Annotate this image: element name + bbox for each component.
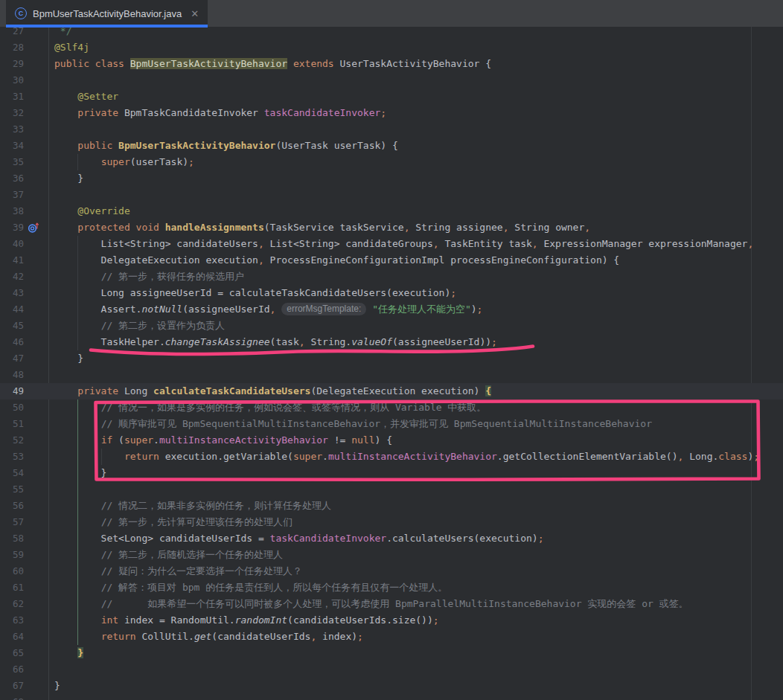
code-text: int index = RandomUtil.randomInt(candida… — [0, 612, 783, 629]
code-line[interactable]: // 疑问：为什么一定要选择一个任务处理人？60 — [0, 563, 783, 579]
code-token: public — [77, 140, 112, 151]
scope-indent-guide — [77, 449, 78, 465]
code-line[interactable]: // 第一步，获得任务的候选用户42 — [0, 269, 783, 285]
code-token: class — [718, 451, 747, 462]
code-line[interactable]: int index = RandomUtil.randomInt(candida… — [0, 612, 783, 629]
code-token: super — [124, 434, 153, 446]
scope-indent-guide — [77, 629, 78, 645]
code-line[interactable]: // 第二步，设置作为负责人45 — [0, 318, 783, 334]
code-token — [54, 107, 77, 118]
code-text: } — [0, 465, 783, 481]
code-token — [287, 58, 293, 69]
code-token: (candidateUserIds.size()) — [287, 614, 433, 626]
code-token: @Slf4j — [54, 42, 89, 53]
code-line[interactable]: }47 — [0, 350, 783, 367]
code-token: (UserTask userTask) { — [275, 140, 397, 151]
code-line[interactable]: 37 — [0, 187, 783, 203]
code-line[interactable]: 30 — [0, 72, 783, 89]
inline-parameter-hint: errorMsgTemplate: — [281, 303, 366, 315]
code-line[interactable]: public class BpmUserTaskActivityBehavior… — [0, 56, 783, 72]
code-line[interactable]: 55 — [0, 481, 783, 498]
code-token: // 第二步，后随机选择一个任务的处理人 — [101, 549, 283, 560]
code-line[interactable]: // 解答：项目对 bpm 的任务是责任到人，所以每个任务有且仅有一个处理人。6… — [0, 579, 783, 596]
code-line[interactable]: Assert.notNull(assigneeUserId, errorMsgT… — [0, 301, 783, 318]
code-token: return — [124, 451, 159, 462]
override-method-icon[interactable] — [28, 222, 40, 234]
code-line[interactable]: public BpmUserTaskActivityBehavior(UserT… — [0, 138, 783, 154]
code-line[interactable]: // 情况二，如果非多实例的任务，则计算任务处理人56 — [0, 498, 783, 514]
line-number: 62 — [0, 596, 24, 612]
line-number: 31 — [0, 89, 24, 105]
code-line[interactable]: // 如果希望一个任务可以同时被多个人处理，可以考虑使用 BpmParallel… — [0, 596, 783, 612]
code-token: ; — [357, 631, 363, 642]
editor-tab-bar: C BpmUserTaskActivityBehavior.java ✕ — [0, 0, 783, 27]
code-line[interactable]: // 情况一，如果是多实例的任务，例如说会签、或签等情况，则从 Variable… — [0, 399, 783, 416]
code-line[interactable]: 48 — [0, 367, 783, 383]
code-text: } — [0, 350, 783, 367]
code-text: Assert.notNull(assigneeUserId, errorMsgT… — [0, 301, 783, 318]
code-line[interactable]: // 顺序审批可见 BpmSequentialMultiInstanceBeha… — [0, 416, 783, 432]
code-line[interactable]: return CollUtil.get(candidateUserIds, in… — [0, 629, 783, 645]
code-line[interactable]: protected void handleAssignments(TaskSer… — [0, 219, 783, 236]
code-token: multiInstanceActivityBehavior — [159, 434, 328, 446]
code-token: super — [293, 451, 322, 462]
code-line[interactable]: }36 — [0, 170, 783, 187]
code-token: index) — [316, 631, 357, 642]
code-token: , — [584, 222, 590, 233]
code-line[interactable]: @Override38 — [0, 203, 783, 219]
tab-close-icon[interactable]: ✕ — [191, 8, 199, 19]
code-line[interactable]: List<String> candidateUsers, List<String… — [0, 236, 783, 252]
code-line[interactable]: TaskHelper.changeTaskAssignee(task, Stri… — [0, 334, 783, 350]
line-number: 67 — [0, 678, 24, 694]
code-token: .getCollectionElementVariable() — [497, 451, 678, 462]
line-number: 29 — [0, 56, 24, 72]
code-line[interactable]: // 第一步，先计算可处理该任务的处理人们57 — [0, 514, 783, 530]
line-number: 44 — [0, 301, 24, 318]
code-line[interactable]: }67 — [0, 678, 783, 694]
code-editor[interactable]: */27@Slf4j28public class BpmUserTaskActi… — [0, 0, 783, 700]
code-token: calculateTaskCandidateUsers — [153, 385, 310, 396]
scope-indent-guide — [77, 498, 78, 514]
code-line[interactable]: DelegateExecution execution, ProcessEngi… — [0, 252, 783, 269]
scope-indent-guide — [77, 514, 78, 530]
code-line[interactable]: @Slf4j28 — [0, 39, 783, 56]
code-token: } — [54, 467, 106, 478]
code-line[interactable]: Set<Long> candidateUserIds = taskCandida… — [0, 530, 783, 547]
line-number: 51 — [0, 416, 24, 432]
code-text: public BpmUserTaskActivityBehavior(UserT… — [0, 138, 783, 154]
code-line[interactable]: Long assigneeUserId = calculateTaskCandi… — [0, 285, 783, 301]
code-line[interactable]: 33 — [0, 121, 783, 138]
indent-guide — [77, 318, 78, 334]
code-line[interactable]: private Long calculateTaskCandidateUsers… — [0, 383, 783, 399]
code-token: BpmUserTaskActivityBehavior — [118, 140, 275, 151]
line-number: 34 — [0, 138, 24, 154]
code-token — [54, 385, 77, 396]
code-token: notNull — [141, 304, 182, 315]
code-line[interactable]: 68 — [0, 694, 783, 700]
code-line[interactable]: if (super.multiInstanceActivityBehavior … — [0, 432, 783, 449]
code-text — [0, 72, 783, 89]
code-token: get — [194, 631, 211, 642]
line-number: 32 — [0, 105, 24, 121]
code-text: DelegateExecution execution, ProcessEngi… — [0, 252, 783, 269]
code-line[interactable]: 66 — [0, 661, 783, 678]
indent-guide — [77, 252, 78, 269]
code-text: } — [0, 678, 783, 694]
code-line[interactable]: // 第二步，后随机选择一个任务的处理人59 — [0, 547, 783, 563]
code-line[interactable]: super(userTask);35 — [0, 154, 783, 170]
code-text: @Slf4j — [0, 39, 783, 56]
code-text: private Long calculateTaskCandidateUsers… — [0, 383, 783, 399]
code-token: { — [485, 385, 491, 396]
code-token: Set<Long> candidateUserIds = — [54, 533, 270, 544]
line-number: 52 — [0, 432, 24, 449]
code-line[interactable]: }54 — [0, 465, 783, 481]
code-text: return CollUtil.get(candidateUserIds, in… — [0, 629, 783, 645]
code-line[interactable]: return execution.getVariable(super.multi… — [0, 449, 783, 465]
code-line[interactable]: @Setter31 — [0, 89, 783, 105]
code-line[interactable]: private BpmTaskCandidateInvoker taskCand… — [0, 105, 783, 121]
code-text: } — [0, 170, 783, 187]
code-token: (candidateUserIds — [211, 631, 310, 642]
code-token: } — [54, 173, 83, 184]
code-line[interactable]: }65 — [0, 645, 783, 661]
tab-file[interactable]: C BpmUserTaskActivityBehavior.java ✕ — [6, 0, 208, 27]
